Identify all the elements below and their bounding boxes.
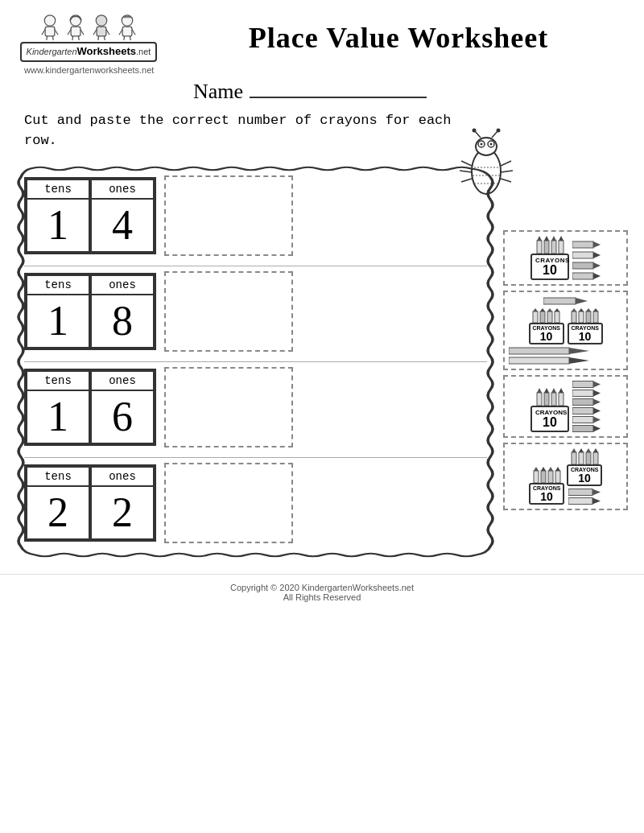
svg-line-39	[501, 179, 511, 182]
svg-rect-57	[572, 273, 593, 279]
svg-marker-44	[537, 236, 542, 241]
number-cells-1: tens 1 ones 4	[24, 177, 156, 254]
separator-3	[24, 457, 487, 458]
paste-box-2[interactable]	[164, 271, 293, 352]
svg-rect-73	[586, 311, 591, 323]
ones-label-3: ones	[92, 372, 153, 391]
svg-marker-64	[540, 308, 545, 311]
svg-rect-43	[537, 241, 542, 254]
ones-label-2: ones	[92, 276, 153, 295]
cutout-1: CRAYONS 10	[503, 230, 628, 286]
svg-marker-68	[555, 308, 559, 311]
loose-crayons-2	[509, 347, 622, 365]
svg-point-31	[473, 128, 477, 132]
svg-rect-77	[509, 348, 569, 354]
ones-value-3: 6	[99, 391, 146, 443]
svg-marker-84	[544, 388, 549, 393]
loose-crayons-4	[568, 489, 601, 505]
svg-marker-94	[593, 398, 601, 405]
number-cells-4: tens 2 ones 2	[24, 464, 156, 542]
svg-line-10	[72, 36, 73, 40]
footer: Copyright © 2020 KindergartenWorksheets.…	[0, 574, 644, 608]
tens-cell-3: tens 1	[26, 370, 90, 444]
svg-marker-112	[579, 448, 584, 452]
crayons-top-1	[536, 236, 564, 254]
ones-label-4: ones	[92, 468, 153, 487]
tens-value-3: 1	[35, 391, 81, 443]
tens-label-1: tens	[27, 180, 89, 200]
figure-4	[116, 14, 138, 40]
svg-rect-65	[547, 311, 552, 323]
svg-rect-109	[572, 452, 576, 464]
place-row-3: tens 1 ones 6	[24, 367, 487, 447]
paste-box-1[interactable]	[164, 175, 293, 256]
ones-cell-1: ones 4	[90, 179, 155, 253]
svg-line-23	[130, 36, 130, 40]
svg-rect-119	[568, 497, 592, 504]
svg-rect-91	[572, 390, 593, 396]
number-cells-3: tens 1 ones 6	[24, 369, 156, 446]
svg-rect-83	[544, 393, 549, 406]
tens-value-4: 2	[35, 487, 81, 538]
svg-rect-55	[572, 262, 593, 269]
crayon-box-1: CRAYONS 10	[530, 236, 569, 280]
svg-marker-88	[559, 388, 564, 393]
svg-marker-114	[586, 448, 591, 452]
svg-marker-110	[572, 448, 576, 452]
cutout-2-top	[509, 296, 622, 306]
place-row-1: tens 1 ones 4	[24, 175, 487, 256]
paste-box-4[interactable]	[164, 463, 293, 543]
svg-rect-59	[543, 298, 576, 304]
svg-point-12	[96, 15, 106, 26]
ones-cell-3: ones 6	[90, 370, 155, 444]
cutout-2: CRAYONS 10 CRAYONS 10	[503, 291, 628, 370]
svg-line-11	[78, 36, 79, 40]
svg-marker-98	[593, 416, 601, 423]
svg-line-2	[42, 30, 45, 35]
svg-rect-49	[559, 241, 564, 254]
tens-cell-4: tens 2	[26, 466, 90, 540]
svg-rect-99	[572, 425, 593, 431]
name-label: Name	[193, 80, 243, 104]
svg-line-15	[106, 30, 109, 35]
svg-rect-61	[533, 311, 538, 323]
svg-marker-56	[593, 262, 601, 269]
rows-container: tens 1 ones 4 tens 1	[16, 166, 495, 558]
svg-point-29	[490, 142, 493, 145]
svg-marker-48	[551, 236, 556, 241]
svg-line-21	[132, 30, 135, 35]
ones-cell-2: ones 8	[90, 274, 155, 348]
place-row-4: tens 2 ones 2	[24, 463, 487, 543]
place-row-2: tens 1 ones 8	[24, 271, 487, 352]
svg-rect-7	[71, 27, 80, 36]
svg-line-20	[119, 30, 122, 35]
svg-marker-72	[579, 308, 584, 311]
svg-rect-71	[579, 311, 584, 323]
svg-rect-103	[541, 471, 546, 483]
svg-marker-116	[593, 448, 598, 452]
name-underline[interactable]	[250, 97, 427, 98]
figure-3	[90, 14, 113, 40]
ones-cell-4: ones 2	[90, 466, 155, 540]
svg-rect-87	[559, 393, 564, 406]
crayon-box-4a: CRAYONS 10	[529, 467, 564, 505]
website-line: www.kindergartenworksheets.net	[0, 62, 644, 75]
svg-marker-52	[593, 241, 601, 248]
svg-rect-107	[555, 471, 560, 483]
svg-marker-78	[569, 348, 589, 354]
tens-label-3: tens	[27, 372, 89, 391]
paste-box-3[interactable]	[164, 367, 293, 447]
figure-2	[64, 14, 87, 40]
svg-rect-75	[593, 311, 598, 323]
tens-value-1: 1	[35, 200, 81, 251]
content-area: tens 1 ones 4 tens 1	[0, 151, 644, 566]
name-row: Name	[0, 75, 620, 104]
svg-marker-50	[559, 236, 564, 241]
ones-label-1: ones	[92, 180, 153, 200]
logo: KindergartenWorksheets.net	[16, 14, 161, 62]
logo-text: KindergartenWorksheets.net	[20, 42, 158, 62]
svg-marker-70	[572, 308, 576, 311]
crayon-box-4b-group: CRAYONS 10	[567, 448, 602, 505]
instruction-line2: row.	[24, 133, 57, 148]
svg-rect-111	[579, 452, 584, 464]
